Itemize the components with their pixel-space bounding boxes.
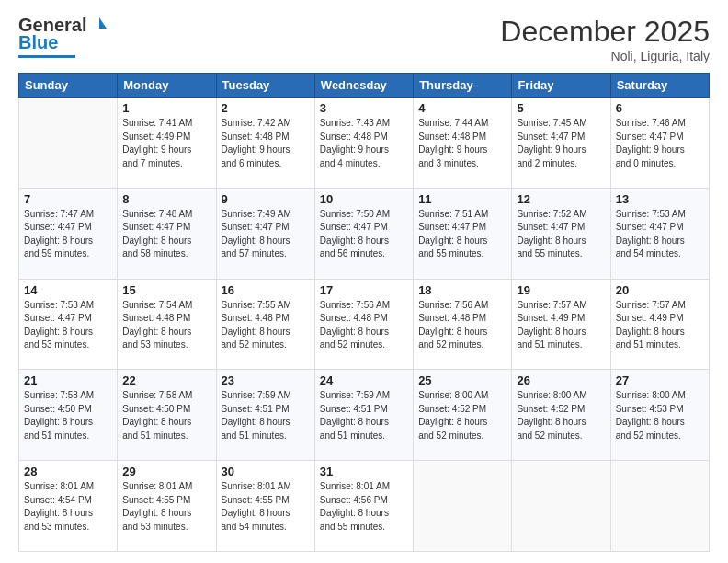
calendar-cell: 22Sunrise: 7:58 AMSunset: 4:50 PMDayligh… — [118, 370, 216, 461]
day-info: Sunrise: 7:58 AMSunset: 4:50 PMDaylight:… — [24, 389, 112, 442]
day-number: 5 — [517, 101, 605, 115]
header: General Blue December 2025 Noli, Liguria… — [18, 15, 710, 63]
page: General Blue December 2025 Noli, Liguria… — [0, 0, 728, 563]
calendar-cell: 21Sunrise: 7:58 AMSunset: 4:50 PMDayligh… — [19, 370, 118, 461]
calendar-subtitle: Noli, Liguria, Italy — [500, 49, 710, 63]
svg-marker-0 — [99, 17, 107, 29]
day-number: 13 — [616, 192, 704, 206]
header-friday: Friday — [512, 74, 610, 98]
calendar-cell: 9Sunrise: 7:49 AMSunset: 4:47 PMDaylight… — [216, 188, 314, 279]
day-info: Sunrise: 7:48 AMSunset: 4:47 PMDaylight:… — [122, 208, 210, 261]
calendar-cell: 10Sunrise: 7:50 AMSunset: 4:47 PMDayligh… — [314, 188, 413, 279]
calendar-cell: 30Sunrise: 8:01 AMSunset: 4:55 PMDayligh… — [216, 461, 314, 552]
calendar-cell: 2Sunrise: 7:42 AMSunset: 4:48 PMDaylight… — [216, 98, 314, 189]
calendar-cell: 25Sunrise: 8:00 AMSunset: 4:52 PMDayligh… — [414, 370, 512, 461]
calendar-cell — [512, 461, 610, 552]
header-thursday: Thursday — [414, 74, 512, 98]
logo-icon — [86, 16, 107, 36]
day-info: Sunrise: 7:54 AMSunset: 4:48 PMDaylight:… — [122, 299, 210, 352]
day-info: Sunrise: 7:41 AMSunset: 4:49 PMDaylight:… — [122, 117, 210, 170]
day-number: 14 — [24, 283, 112, 297]
day-info: Sunrise: 7:46 AMSunset: 4:47 PMDaylight:… — [616, 117, 704, 170]
calendar-table: Sunday Monday Tuesday Wednesday Thursday… — [18, 73, 710, 552]
day-info: Sunrise: 7:45 AMSunset: 4:47 PMDaylight:… — [517, 117, 605, 170]
day-number: 21 — [24, 373, 112, 387]
day-number: 2 — [222, 101, 310, 115]
day-number: 15 — [122, 283, 210, 297]
header-sunday: Sunday — [19, 74, 118, 98]
day-info: Sunrise: 7:47 AMSunset: 4:47 PMDaylight:… — [24, 208, 112, 261]
day-info: Sunrise: 8:01 AMSunset: 4:55 PMDaylight:… — [222, 480, 310, 534]
logo-underline — [18, 55, 75, 58]
day-number: 9 — [222, 192, 310, 206]
day-info: Sunrise: 7:57 AMSunset: 4:49 PMDaylight:… — [517, 299, 605, 352]
day-info: Sunrise: 7:56 AMSunset: 4:48 PMDaylight:… — [418, 299, 506, 352]
day-info: Sunrise: 7:44 AMSunset: 4:48 PMDaylight:… — [418, 117, 506, 170]
header-saturday: Saturday — [610, 74, 709, 98]
day-number: 18 — [418, 283, 506, 297]
day-info: Sunrise: 7:59 AMSunset: 4:51 PMDaylight:… — [320, 389, 408, 442]
day-number: 1 — [122, 101, 210, 115]
calendar-cell — [414, 461, 512, 552]
calendar-cell: 26Sunrise: 8:00 AMSunset: 4:52 PMDayligh… — [512, 370, 610, 461]
day-number: 16 — [222, 283, 310, 297]
day-info: Sunrise: 7:49 AMSunset: 4:47 PMDaylight:… — [222, 208, 310, 261]
calendar-cell: 3Sunrise: 7:43 AMSunset: 4:48 PMDaylight… — [314, 98, 413, 189]
title-block: December 2025 Noli, Liguria, Italy — [500, 15, 710, 63]
day-number: 25 — [418, 373, 506, 387]
calendar-cell — [610, 461, 709, 552]
calendar-week-row: 7Sunrise: 7:47 AMSunset: 4:47 PMDaylight… — [19, 188, 710, 279]
calendar-cell: 11Sunrise: 7:51 AMSunset: 4:47 PMDayligh… — [414, 188, 512, 279]
day-info: Sunrise: 8:01 AMSunset: 4:56 PMDaylight:… — [320, 480, 408, 534]
calendar-cell: 6Sunrise: 7:46 AMSunset: 4:47 PMDaylight… — [610, 98, 709, 189]
calendar-cell: 15Sunrise: 7:54 AMSunset: 4:48 PMDayligh… — [118, 279, 216, 370]
day-number: 11 — [418, 192, 506, 206]
calendar-cell: 27Sunrise: 8:00 AMSunset: 4:53 PMDayligh… — [610, 370, 709, 461]
calendar-cell: 19Sunrise: 7:57 AMSunset: 4:49 PMDayligh… — [512, 279, 610, 370]
header-monday: Monday — [118, 74, 216, 98]
header-tuesday: Tuesday — [216, 74, 314, 98]
calendar-week-row: 28Sunrise: 8:01 AMSunset: 4:54 PMDayligh… — [19, 461, 710, 552]
calendar-cell: 20Sunrise: 7:57 AMSunset: 4:49 PMDayligh… — [610, 279, 709, 370]
calendar-cell: 4Sunrise: 7:44 AMSunset: 4:48 PMDaylight… — [414, 98, 512, 189]
day-number: 26 — [517, 373, 605, 387]
calendar-cell: 13Sunrise: 7:53 AMSunset: 4:47 PMDayligh… — [610, 188, 709, 279]
day-info: Sunrise: 7:53 AMSunset: 4:47 PMDaylight:… — [24, 299, 112, 352]
calendar-cell: 7Sunrise: 7:47 AMSunset: 4:47 PMDaylight… — [19, 188, 118, 279]
calendar-week-row: 14Sunrise: 7:53 AMSunset: 4:47 PMDayligh… — [19, 279, 710, 370]
day-info: Sunrise: 7:52 AMSunset: 4:47 PMDaylight:… — [517, 208, 605, 261]
calendar-cell: 31Sunrise: 8:01 AMSunset: 4:56 PMDayligh… — [314, 461, 413, 552]
day-info: Sunrise: 7:51 AMSunset: 4:47 PMDaylight:… — [418, 208, 506, 261]
logo-blue: Blue — [18, 32, 58, 53]
day-number: 19 — [517, 283, 605, 297]
day-number: 31 — [320, 465, 408, 478]
calendar-week-row: 21Sunrise: 7:58 AMSunset: 4:50 PMDayligh… — [19, 370, 710, 461]
calendar-header-row: Sunday Monday Tuesday Wednesday Thursday… — [19, 74, 710, 98]
day-info: Sunrise: 7:53 AMSunset: 4:47 PMDaylight:… — [616, 208, 704, 261]
calendar-title: December 2025 — [500, 15, 710, 49]
day-number: 20 — [616, 283, 704, 297]
logo: General Blue — [18, 15, 107, 58]
day-info: Sunrise: 8:00 AMSunset: 4:53 PMDaylight:… — [616, 389, 704, 442]
day-number: 17 — [320, 283, 408, 297]
day-number: 29 — [122, 465, 210, 478]
day-number: 7 — [24, 192, 112, 206]
calendar-cell: 23Sunrise: 7:59 AMSunset: 4:51 PMDayligh… — [216, 370, 314, 461]
day-number: 12 — [517, 192, 605, 206]
calendar-cell: 8Sunrise: 7:48 AMSunset: 4:47 PMDaylight… — [118, 188, 216, 279]
day-info: Sunrise: 7:58 AMSunset: 4:50 PMDaylight:… — [122, 389, 210, 442]
day-info: Sunrise: 7:59 AMSunset: 4:51 PMDaylight:… — [222, 389, 310, 442]
day-info: Sunrise: 8:00 AMSunset: 4:52 PMDaylight:… — [517, 389, 605, 442]
day-info: Sunrise: 8:00 AMSunset: 4:52 PMDaylight:… — [418, 389, 506, 442]
day-info: Sunrise: 7:55 AMSunset: 4:48 PMDaylight:… — [222, 299, 310, 352]
header-wednesday: Wednesday — [314, 74, 413, 98]
calendar-cell: 28Sunrise: 8:01 AMSunset: 4:54 PMDayligh… — [19, 461, 118, 552]
day-number: 30 — [222, 465, 310, 478]
day-number: 6 — [616, 101, 704, 115]
calendar-cell: 14Sunrise: 7:53 AMSunset: 4:47 PMDayligh… — [19, 279, 118, 370]
calendar-cell: 17Sunrise: 7:56 AMSunset: 4:48 PMDayligh… — [314, 279, 413, 370]
day-number: 8 — [122, 192, 210, 206]
day-number: 28 — [24, 465, 112, 478]
day-number: 4 — [418, 101, 506, 115]
calendar-cell — [19, 98, 118, 189]
